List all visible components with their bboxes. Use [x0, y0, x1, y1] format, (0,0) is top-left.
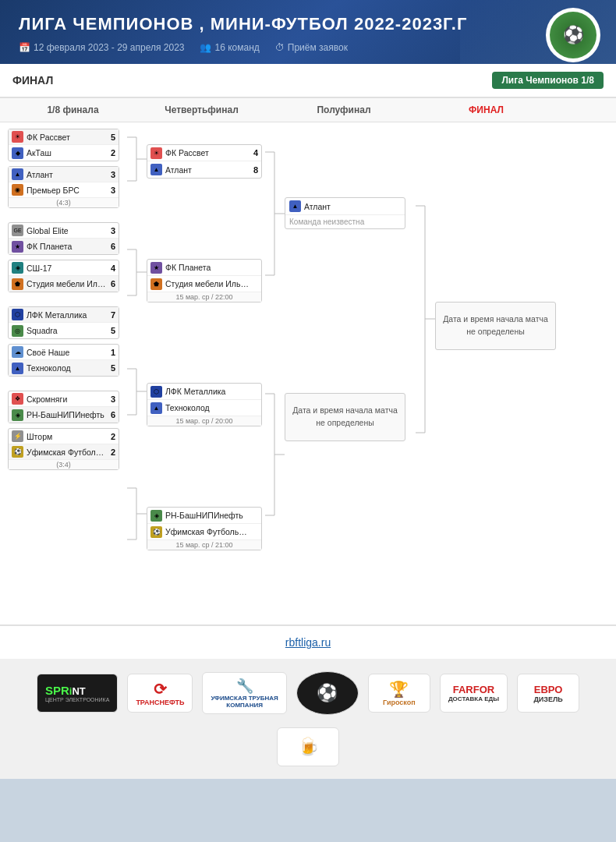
team-name: Уфимская Футбольна... — [27, 448, 106, 457]
team-name: Премьер БРС — [27, 186, 106, 195]
sponsors-section: SPRiNT ЦЕНТР ЭЛЕКТРООНИКА ⟳ ТРАНСНЕФТЬ 🔧… — [0, 659, 616, 779]
qf-card-2: ★ ФК Планета ⬟ Студия мебели Ильд... 15 … — [147, 259, 262, 302]
bracket-title: ФИНАЛ — [12, 74, 53, 87]
match-date: 15 мар. ср / 22:00 — [147, 292, 261, 302]
team-icon: ⬡ — [150, 386, 162, 398]
qf-card-1: ☀ ФК Рассвет 4 ▲ Атлант 8 — [147, 144, 262, 179]
team-score: 2 — [106, 148, 115, 157]
team-icon: ☁ — [12, 346, 23, 358]
tbd-text: Дата и время начала матча не определены — [292, 405, 398, 427]
team-name: РН-БашНИПИнефть — [165, 511, 249, 520]
sponsor-ufa-truba: 🔧 УФИМСКАЯ ТРУБНАЯКОМПАНИЯ — [202, 672, 286, 714]
logo-emblem: ⚽ — [550, 12, 597, 58]
calendar-icon: 📅 — [19, 42, 30, 53]
sponsor-transneft: ⟳ ТРАНСНЕФТЬ — [127, 674, 193, 713]
team-row: ◎ Squadra 5 — [9, 323, 119, 338]
final-match: Дата и время начала матча не определены — [435, 302, 556, 350]
team-row: ⬟ Студия мебели Ильд... — [147, 276, 261, 292]
team-name: Своё Наше — [27, 348, 106, 357]
team-row: ❖ Скромняги 3 — [9, 391, 119, 407]
team-icon: ☀ — [12, 131, 23, 143]
round1-column: ☀ ФК Рассвет 5 ◆ АкТаш 2 — [8, 129, 127, 612]
team-score: 1 — [106, 348, 115, 357]
r1-match-2: ▲ Атлант 3 ◉ Премьер БРС 3 (4:3) — [8, 166, 127, 208]
bracket-wrapper: ☀ ФК Рассвет 5 ◆ АкТаш 2 — [0, 122, 616, 624]
team-icon: GE — [12, 225, 23, 236]
ufa-logo: 🔧 — [236, 677, 253, 695]
final-card: Дата и время начала матча не определены — [435, 302, 556, 350]
r1-r2-connectors — [127, 129, 147, 612]
final-tbd-text: Дата и время начала матча не определены — [443, 314, 548, 336]
team-icon: ❖ — [12, 393, 23, 405]
team-name: Атлант — [27, 170, 106, 179]
team-row: ★ ФК Планета 6 — [9, 239, 119, 254]
page-header: ЛИГА ЧЕМПИОНОВ , МИНИ-ФУТБОЛ 2022-2023Г.… — [0, 0, 616, 64]
team-score: 5 — [106, 133, 115, 142]
qf-card-4: ◈ РН-БашНИПИнефть ⚽ Уфимская Футбольна..… — [147, 507, 262, 550]
euro-sub: ДИЗЕЛЬ — [533, 695, 562, 703]
team-icon: ◈ — [12, 262, 23, 274]
team-name: ФК Рассвет — [165, 148, 249, 157]
team-score: 7 — [106, 310, 115, 320]
team-icon: ▲ — [12, 363, 23, 374]
match-sub: (4:3) — [9, 198, 119, 207]
team-icon: ★ — [150, 262, 162, 274]
team-name: Global Elite — [27, 226, 106, 235]
team-name: ЛФК Металлика — [165, 387, 249, 396]
team-score: 3 — [106, 226, 115, 235]
sponsor-farfor: FARFOR ДОСТАВКА ЕДЫ — [440, 674, 508, 713]
r4-header: ФИНАЛ — [418, 104, 554, 115]
round2-column: ☀ ФК Рассвет 4 ▲ Атлант 8 — [147, 129, 265, 612]
team-icon: ⚡ — [12, 430, 23, 442]
farfor-sub: ДОСТАВКА ЕДЫ — [448, 695, 499, 702]
team-name: Студия мебели Ильд... — [165, 279, 249, 288]
r2-r3-connectors — [265, 129, 285, 612]
match-card-5: ⬡ ЛФК Металлика 7 ◎ Squadra 5 — [8, 306, 119, 339]
league-logo: ⚽ — [546, 8, 600, 62]
team-icon: ◉ — [12, 184, 23, 196]
qf-match-4: ◈ РН-БашНИПИнефть ⚽ Уфимская Футбольна..… — [147, 507, 265, 550]
giroscop-label: Гироскоп — [383, 699, 416, 706]
team-name: ФК Планета — [27, 242, 106, 251]
team-row: ▲ Техноколод — [147, 400, 261, 416]
team-score: 3 — [106, 186, 115, 195]
team-name: АкТаш — [27, 148, 106, 157]
team-icon: ⬟ — [150, 278, 162, 290]
euro-label: ЕВРО — [534, 684, 563, 695]
page-title: ЛИГА ЧЕМПИОНОВ , МИНИ-ФУТБОЛ 2022-2023Г.… — [19, 14, 597, 34]
round3-column: ▲ Атлант Команда неизвестна Дата и время… — [285, 129, 416, 612]
r3-r4-connectors — [416, 129, 435, 612]
team-name: Уфимская Футбольна... — [165, 527, 249, 536]
unknown-team: Команда неизвестна — [285, 215, 405, 228]
qf-match-3: ⬡ ЛФК Металлика ▲ Техноколод 15 мар. ср … — [147, 383, 265, 426]
qf-match-2: ★ ФК Планета ⬟ Студия мебели Ильд... 15 … — [147, 259, 265, 302]
ufa-label: УФИМСКАЯ ТРУБНАЯКОМПАНИЯ — [211, 695, 278, 709]
team-score: 3 — [106, 170, 115, 179]
match-card-8: ⚡ Шторм 2 ⚽ Уфимская Футбольна... 2 (3:4… — [8, 428, 119, 470]
r1-match-6: ☁ Своё Наше 1 ▲ Техноколод 5 — [8, 344, 127, 377]
team-icon: ⚽ — [12, 446, 23, 458]
sponsor-sprint: SPRiNT ЦЕНТР ЭЛЕКТРООНИКА — [37, 674, 118, 713]
r1-match-4: ◈ СШ-17 4 ⬟ Студия мебели Ильд... 6 — [8, 260, 127, 292]
team-row: ☀ ФК Рассвет 5 — [9, 129, 119, 145]
team-icon: ◈ — [12, 409, 23, 421]
header-date: 📅 12 февраля 2023 - 29 апреля 2023 — [19, 42, 184, 53]
website-link[interactable]: rbftliga.ru — [285, 636, 331, 649]
team-row: ☁ Своё Наше 1 — [9, 345, 119, 360]
team-name: Шторм — [27, 432, 106, 441]
bottom-sponsor-row: 🍺 — [12, 727, 604, 766]
sponsor-fed-futbol: ⚽ — [296, 671, 359, 715]
match-sub: (3:4) — [9, 460, 119, 469]
team-icon: ▲ — [150, 402, 162, 414]
header-teams: 👥 16 команд — [200, 42, 259, 53]
team-name: Скромняги — [27, 394, 106, 404]
header-status: ⏱ Приём заявок — [275, 42, 348, 53]
team-row: ◈ РН-БашНИПИнефть — [147, 508, 261, 524]
sprint-label: SPR — [45, 684, 69, 697]
r3-header: Полуфинал — [270, 104, 418, 115]
team-score: 2 — [106, 432, 115, 441]
team-row: ⬟ Студия мебели Ильд... 6 — [9, 276, 119, 292]
header-meta: 📅 12 февраля 2023 - 29 апреля 2023 👥 16 … — [19, 42, 597, 53]
team-score: 6 — [106, 242, 115, 251]
transneft-label: ТРАНСНЕФТЬ — [136, 699, 184, 706]
